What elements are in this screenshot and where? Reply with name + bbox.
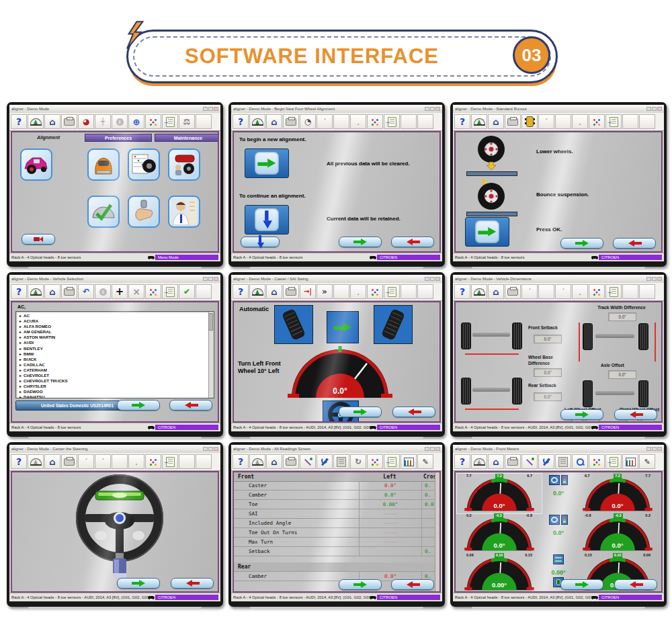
vehicle-list-item[interactable]: ►ASTON MARTIN <box>19 335 208 340</box>
demo-mode-button[interactable] <box>22 234 55 245</box>
sign-icon[interactable]: ✎ <box>639 454 655 469</box>
gauge-icon[interactable] <box>28 114 44 129</box>
vehicle-list-item[interactable]: ►CHRYSLER <box>19 384 208 389</box>
vehicle-list-item[interactable]: ►ALFA ROMEO <box>19 324 208 329</box>
arrow-bar-icon[interactable]: →| <box>300 284 316 299</box>
logo-icon[interactable]: ◕ <box>78 114 94 129</box>
mark2-icon[interactable]: ¸ <box>572 114 588 129</box>
gauge-icon[interactable] <box>249 284 265 299</box>
home-icon[interactable]: ⌂ <box>266 114 282 129</box>
home-icon[interactable]: ⌂ <box>44 454 60 469</box>
mark-icon[interactable]: ´ <box>521 284 538 299</box>
wrench-icon[interactable] <box>317 454 333 469</box>
export-icon[interactable] <box>162 454 178 469</box>
vehicle-make-list[interactable]: ►AC►ACURA►ALFA ROMEO►AM GENERAL►ASTON MA… <box>15 311 214 398</box>
printer-icon[interactable] <box>283 284 299 299</box>
window-controls[interactable] <box>425 107 440 111</box>
export-icon[interactable] <box>384 284 400 299</box>
window-titlebar[interactable]: aligner - Demo Mode - Begin New Four Whe… <box>231 105 442 113</box>
info-icon[interactable]: i <box>95 284 111 299</box>
globe-icon[interactable]: ⊕ <box>128 114 144 129</box>
tire-schedule-icon[interactable] <box>128 148 160 181</box>
mark2-icon[interactable]: ¸ <box>350 114 366 129</box>
back-button[interactable] <box>169 400 212 411</box>
home-icon[interactable]: ⌂ <box>266 284 282 299</box>
table-row[interactable]: Toe 0.00° 0.0 <box>234 500 439 509</box>
plus-icon[interactable]: + <box>112 284 128 299</box>
window-controls[interactable] <box>203 447 218 451</box>
stopwatch-icon[interactable]: ◔ <box>300 114 316 129</box>
undo-icon[interactable]: ↶ <box>78 284 94 299</box>
table-row[interactable]: Camber 0.0° 0. <box>234 491 439 500</box>
wand-icon[interactable] <box>300 454 316 469</box>
back-button[interactable] <box>392 407 435 417</box>
export-icon[interactable] <box>605 454 622 469</box>
window-controls[interactable] <box>203 107 218 111</box>
gauge-icon[interactable] <box>28 284 44 299</box>
window-titlebar[interactable]: aligner - Demo Mode - Center the Steerin… <box>9 445 220 453</box>
window-controls[interactable] <box>646 107 662 111</box>
chart-icon[interactable] <box>401 454 417 469</box>
back-button[interactable] <box>614 409 657 420</box>
help-icon[interactable]: ? <box>233 284 249 299</box>
sensors-icon[interactable] <box>589 284 605 299</box>
help-icon[interactable]: ? <box>233 454 249 469</box>
help-icon[interactable]: ? <box>233 114 249 129</box>
export-icon[interactable] <box>605 284 622 299</box>
sensors-icon[interactable] <box>145 114 161 129</box>
table-row[interactable]: Setback 0. <box>234 547 439 556</box>
forward-button[interactable] <box>117 578 160 589</box>
printer-icon[interactable] <box>283 114 299 129</box>
window-controls[interactable] <box>646 277 662 281</box>
zoom-icon[interactable] <box>572 454 588 469</box>
help-icon[interactable]: ? <box>11 454 27 469</box>
export-icon[interactable] <box>162 284 178 299</box>
mark2-icon[interactable]: ¸ <box>128 454 144 469</box>
vehicle-list-item[interactable]: ►CHEVROLET <box>19 373 208 378</box>
gauge-icon[interactable] <box>471 114 487 129</box>
vehicle-list-item[interactable]: ►DAEWOO <box>19 389 208 394</box>
scales-icon[interactable]: ⚖ <box>179 114 195 129</box>
window-titlebar[interactable]: aligner - Demo Mode - Vehicle Dimensions <box>453 275 664 283</box>
window-titlebar[interactable]: aligner - Demo Mode - Caster / SAI Swing <box>231 275 442 283</box>
car-top-icon[interactable] <box>521 114 538 129</box>
help-icon[interactable]: ? <box>11 284 27 299</box>
cross-icon[interactable]: × <box>128 284 144 299</box>
window-titlebar[interactable]: aligner - Demo Mode <box>9 105 220 113</box>
info-icon[interactable]: i <box>112 114 128 129</box>
chart-icon[interactable] <box>622 454 638 469</box>
printer-icon[interactable] <box>283 454 299 469</box>
help-icon[interactable]: ? <box>454 454 470 469</box>
operator-icon[interactable] <box>168 196 200 228</box>
back-button[interactable] <box>613 238 656 249</box>
table-scrollbar[interactable] <box>435 472 439 591</box>
ok-button[interactable] <box>465 217 509 247</box>
window-titlebar[interactable]: aligner - Demo Mode - All Readings Scree… <box>231 445 442 453</box>
help-icon[interactable]: ? <box>11 114 27 129</box>
vehicle-list-item[interactable]: ►ACURA <box>19 318 208 324</box>
back-button[interactable] <box>391 579 434 590</box>
sign-icon[interactable]: ✎ <box>417 454 433 469</box>
measure-check-icon[interactable] <box>87 196 120 228</box>
back-button[interactable] <box>391 237 434 247</box>
home-icon[interactable]: ⌂ <box>488 454 504 469</box>
mark-icon[interactable]: ´ <box>78 454 94 469</box>
alignment-car-icon[interactable] <box>20 148 52 181</box>
book-icon[interactable] <box>333 454 349 469</box>
down-button[interactable] <box>241 237 280 247</box>
vehicle-list-item[interactable]: ►CATERHAM <box>19 368 208 373</box>
window-controls[interactable] <box>646 447 662 451</box>
export-icon[interactable] <box>605 114 622 129</box>
window-controls[interactable] <box>425 277 440 281</box>
printer-icon[interactable] <box>505 284 521 299</box>
forward-button[interactable] <box>117 400 160 411</box>
car-rear-icon[interactable] <box>87 148 120 181</box>
printer-icon[interactable] <box>505 114 521 129</box>
tire-change-icon[interactable] <box>168 148 200 181</box>
home-icon[interactable]: ⌂ <box>44 284 60 299</box>
mark-icon[interactable]: ´ <box>538 114 554 129</box>
printer-icon[interactable] <box>61 284 77 299</box>
sensors-icon[interactable] <box>145 284 161 299</box>
mark2-icon[interactable]: ¸ <box>572 284 588 299</box>
tab-maintenance[interactable]: Maintenance <box>155 134 219 142</box>
